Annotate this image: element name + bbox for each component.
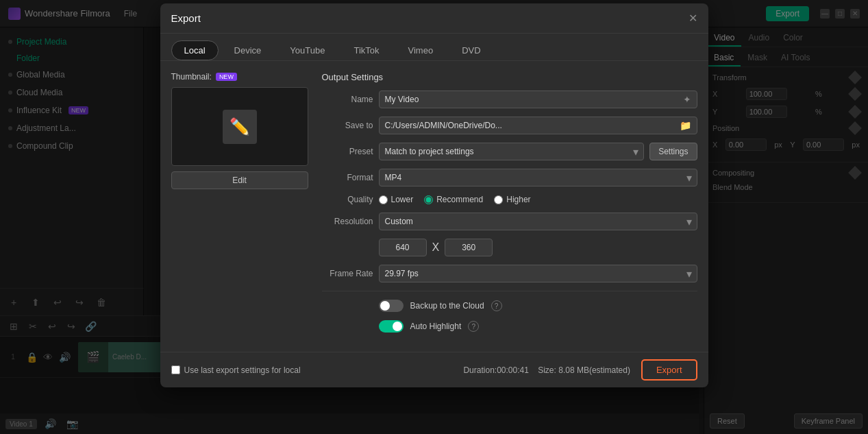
frame-rate-select-wrapper: 29.97 fps (379, 265, 697, 282)
quality-row: Quality Lower Recommend Higher (322, 195, 697, 204)
resolution-select[interactable]: Custom (379, 213, 697, 230)
format-row: Format MP4 (322, 169, 697, 186)
format-select-wrapper: MP4 (379, 169, 697, 186)
name-label: Name (322, 95, 373, 104)
frame-rate-row: Frame Rate 29.97 fps (322, 265, 697, 282)
quality-lower[interactable]: Lower (379, 195, 414, 204)
output-settings: Output Settings Name ✦ Save to 📁 (322, 72, 697, 341)
thumbnail-text: Thumbnail: (171, 72, 212, 82)
quality-higher-radio[interactable] (494, 195, 503, 204)
resolution-inputs: X (379, 239, 493, 256)
last-export-label: Use last export settings for local (184, 365, 301, 375)
resolution-height-input[interactable] (445, 239, 493, 256)
output-settings-title: Output Settings (322, 72, 697, 82)
quality-lower-radio[interactable] (379, 195, 388, 204)
quality-recommend-label: Recommend (436, 195, 483, 204)
preset-select-wrapper: Match to project settings (379, 143, 645, 160)
modal-close-button[interactable]: ✕ (689, 12, 697, 25)
thumbnail-label: Thumbnail: NEW (171, 72, 308, 82)
modal-tab-device[interactable]: Device (221, 40, 275, 60)
thumbnail-preview: ✏️ (171, 87, 308, 166)
resolution-x-label: X (432, 241, 440, 254)
save-to-input-wrapper: 📁 (379, 117, 697, 134)
footer-info: Duration:00:00:41 Size: 8.08 MB(estimate… (463, 365, 630, 375)
export-modal: Export ✕ Local Device YouTube TikTok Vim… (160, 3, 708, 387)
modal-title: Export (171, 12, 201, 24)
thumbnail-new-badge: NEW (216, 73, 237, 81)
modal-body: Thumbnail: NEW ✏️ Edit Output Settings N… (160, 61, 708, 352)
quality-radio-group: Lower Recommend Higher (379, 195, 531, 204)
auto-highlight-row: Auto Highlight ? (322, 320, 697, 333)
backup-cloud-label: Backup to the Cloud (410, 301, 484, 311)
preset-row: Preset Match to project settings Setting… (322, 143, 697, 160)
backup-cloud-toggle[interactable] (379, 300, 404, 312)
name-row: Name ✦ (322, 91, 697, 108)
auto-highlight-help-icon[interactable]: ? (468, 321, 479, 332)
quality-recommend[interactable]: Recommend (424, 195, 483, 204)
auto-highlight-toggle[interactable] (379, 320, 404, 333)
modal-header: Export ✕ (160, 3, 708, 34)
format-label: Format (322, 173, 373, 182)
divider (322, 291, 697, 291)
modal-tabs: Local Device YouTube TikTok Vimeo DVD (160, 34, 708, 61)
save-to-label: Save to (322, 121, 373, 130)
folder-icon[interactable]: 📁 (680, 120, 691, 131)
backup-cloud-row: Backup to the Cloud ? (322, 300, 697, 312)
preset-select[interactable]: Match to project settings (379, 143, 645, 160)
modal-tab-local[interactable]: Local (171, 40, 219, 60)
name-input[interactable] (385, 91, 683, 108)
quality-higher-label: Higher (506, 195, 530, 204)
thumbnail-icon: ✏️ (223, 110, 257, 144)
frame-rate-label: Frame Rate (322, 269, 373, 278)
resolution-select-wrapper: Custom (379, 213, 697, 230)
modal-tab-vimeo[interactable]: Vimeo (395, 40, 447, 60)
quality-higher[interactable]: Higher (494, 195, 530, 204)
name-input-wrapper: ✦ (379, 91, 697, 108)
duration-text: Duration:00:00:41 (463, 365, 528, 375)
backup-help-icon[interactable]: ? (491, 300, 502, 311)
quality-lower-label: Lower (391, 195, 414, 204)
save-to-row: Save to 📁 (322, 117, 697, 134)
modal-tab-dvd[interactable]: DVD (449, 40, 493, 60)
format-select[interactable]: MP4 (379, 169, 697, 186)
last-export-checkbox-input[interactable] (171, 365, 180, 374)
thumbnail-section: Thumbnail: NEW ✏️ Edit (171, 72, 308, 341)
settings-button[interactable]: Settings (649, 143, 697, 160)
quality-recommend-radio[interactable] (424, 195, 433, 204)
size-text: Size: 8.08 MB(estimated) (538, 365, 630, 375)
frame-rate-select[interactable]: 29.97 fps (379, 265, 697, 282)
resolution-custom-row: X (322, 239, 697, 256)
resolution-width-input[interactable] (379, 239, 427, 256)
last-export-settings-checkbox[interactable]: Use last export settings for local (171, 365, 301, 375)
export-modal-button[interactable]: Export (641, 359, 697, 381)
ai-icon[interactable]: ✦ (683, 94, 691, 105)
modal-tab-tiktok[interactable]: TikTok (340, 40, 392, 60)
save-to-input[interactable] (385, 117, 680, 134)
auto-highlight-label: Auto Highlight (410, 322, 462, 331)
modal-tab-youtube[interactable]: YouTube (277, 40, 338, 60)
modal-footer: Use last export settings for local Durat… (160, 352, 708, 387)
quality-label: Quality (322, 195, 373, 204)
resolution-row: Resolution Custom (322, 213, 697, 230)
resolution-label: Resolution (322, 217, 373, 226)
preset-label: Preset (322, 147, 373, 156)
modal-overlay: Export ✕ Local Device YouTube TikTok Vim… (0, 0, 868, 434)
edit-thumbnail-button[interactable]: Edit (171, 171, 308, 189)
